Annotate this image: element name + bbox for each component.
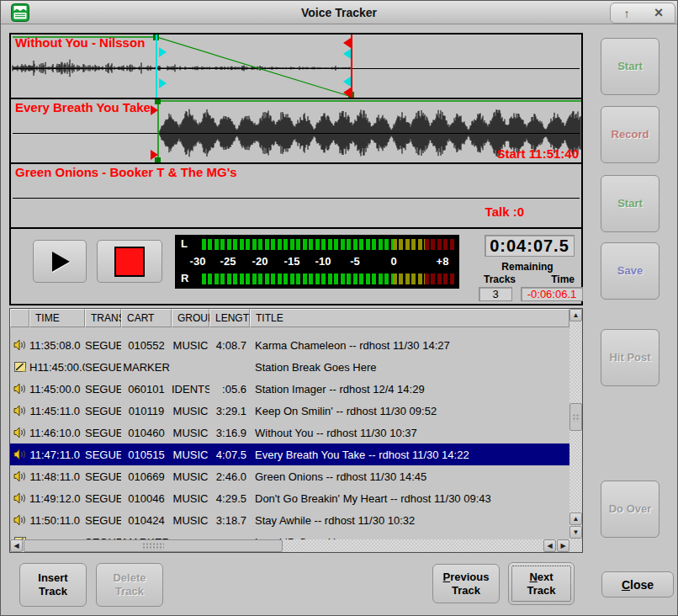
log-row[interactable]: 11:45:11.0SEGUE010119MUSIC3:29.1Keep On … — [10, 400, 569, 422]
remaining-panel: Remaining Tracks Time 3 -0:06:06.1 — [472, 261, 583, 301]
previous-track-button[interactable]: PreviousTrack — [432, 564, 500, 603]
meter-green-segments — [202, 273, 393, 284]
scroll-left-icon[interactable]: ◀ — [10, 539, 23, 552]
cell-group: MUSIC — [172, 427, 209, 439]
remaining-tracks-label: Tracks — [484, 273, 516, 285]
cell-length: 3:18.7 — [209, 514, 250, 527]
meter-right-label: R — [181, 272, 188, 284]
segue-arrow-icon[interactable] — [343, 38, 351, 48]
scroll-up-icon[interactable]: ▲ — [569, 512, 582, 525]
play-button[interactable] — [33, 240, 87, 283]
titlebar: Voice Tracker ↑ × — [1, 1, 677, 24]
cell-trans: SEGUE — [85, 470, 121, 483]
audio-level-meter: L -30-25-20-15-10-50+8 R — [175, 235, 459, 289]
scroll-up-icon[interactable]: ▲ — [569, 309, 582, 321]
track-2-waveform[interactable]: Every Breath You Take Start 11:51:40 — [11, 99, 581, 164]
delete-track-button[interactable]: DeleteTrack — [96, 563, 163, 607]
horizontal-scrollbar[interactable]: ◀ ◀ ▶ — [10, 539, 582, 552]
next-track-button[interactable]: NextTrack — [508, 562, 575, 605]
talk-time-label: Talk :0 — [485, 204, 524, 219]
do-over-button[interactable]: Do Over — [601, 481, 659, 538]
header-group: GROUP — [172, 309, 209, 327]
log-row[interactable]: 11:45:00.0SEGUE060101IDENTS:05.6Station … — [10, 378, 569, 400]
cell-cart: 010424 — [121, 514, 172, 527]
cue-arrow-icon[interactable] — [343, 49, 351, 59]
cell-time: 11:46:10.0 — [29, 427, 85, 439]
log-row[interactable]: 11:50:11.0SEGUE010424MUSIC3:18.7Stay Awh… — [10, 509, 569, 531]
cell-title: Keep On Smilin' -- rdhost 11/30 09:52 — [250, 405, 569, 417]
cell-cart: 060101 — [121, 383, 172, 396]
log-row[interactable]: 11:47:11.0SEGUE010515MUSIC4:07.5Every Br… — [10, 443, 569, 465]
vertical-scrollbar-thumb[interactable] — [569, 403, 582, 431]
stop-button[interactable] — [97, 240, 162, 283]
meter-scale-label: -5 — [350, 255, 360, 268]
scroll-left-icon[interactable]: ◀ — [543, 539, 556, 552]
cell-title: Without You -- rdhost 11/30 10:37 — [250, 427, 569, 439]
insert-track-button[interactable]: InsertTrack — [19, 563, 87, 607]
close-icon[interactable]: × — [646, 4, 671, 22]
track-3-waveform[interactable]: Green Onions - Booker T & The MG's Talk … — [11, 164, 581, 229]
cell-time: 11:45:00.0 — [29, 383, 85, 396]
log-row[interactable] — [10, 328, 569, 334]
cell-group: MUSIC — [172, 339, 209, 352]
speaker-icon — [10, 338, 29, 352]
envelope-handle[interactable] — [155, 157, 161, 163]
start-arrow-icon[interactable] — [151, 105, 158, 115]
cell-trans: SEGUE — [85, 514, 121, 527]
speaker-icon — [10, 382, 29, 396]
cell-trans: SEGUE — [85, 449, 121, 461]
log-header: TIME TRANS CART GROUP LENGTH TITLE — [10, 309, 569, 327]
speaker-icon — [10, 404, 29, 417]
transport-strip: L -30-25-20-15-10-50+8 R 0:04:07.5 Remai… — [11, 229, 581, 299]
cell-title: Station Imager -- rdhost 12/4 14:29 — [250, 383, 569, 396]
meter-yellow-segments — [393, 273, 425, 284]
track-2-start-time: Start 11:51:40 — [496, 146, 579, 161]
meter-scale-label: -20 — [252, 255, 268, 268]
envelope-handle[interactable] — [155, 99, 161, 104]
scroll-down-icon[interactable]: ▼ — [569, 526, 582, 539]
meter-left-label: L — [181, 237, 188, 250]
cell-group: MUSIC — [172, 405, 209, 417]
cell-title: Green Onions -- rdhost 11/30 14:45 — [250, 470, 569, 483]
start-2-button[interactable]: Start — [601, 175, 659, 232]
cell-length: 2:46.0 — [209, 470, 250, 483]
cell-time: 11:45:11.0 — [29, 405, 85, 417]
log-row[interactable]: 11:49:12.0SEGUE010046MUSIC4:29.5Don't Go… — [10, 487, 569, 509]
hit-post-button[interactable]: Hit Post — [601, 329, 659, 386]
shade-up-icon[interactable]: ↑ — [614, 4, 639, 22]
cell-title: Don't Go Breakin' My Heart -- rdhost 11/… — [250, 492, 569, 505]
segue-arrow-icon[interactable] — [343, 88, 351, 98]
cell-time: 11:49:12.0 — [29, 492, 85, 505]
log-row[interactable]: H11:45:00.0SEGUEMARKERStation Break Goes… — [10, 356, 569, 378]
header-icon-column — [10, 309, 29, 327]
close-button[interactable]: Close — [601, 571, 674, 597]
cell-time: 11:50:11.0 — [29, 514, 85, 527]
save-button[interactable]: Save — [601, 242, 659, 300]
horizontal-scrollbar-thumb[interactable] — [24, 539, 283, 552]
meter-scale-label: -10 — [315, 255, 331, 268]
cue-arrow-icon[interactable] — [159, 47, 167, 57]
cue-arrow-icon[interactable] — [159, 78, 167, 88]
header-title: TITLE — [250, 309, 569, 327]
cue-arrow-icon[interactable] — [343, 77, 351, 87]
cell-group: MUSIC — [172, 449, 209, 461]
cell-cart: 010460 — [121, 427, 172, 439]
titlebar-buttons: ↑ × — [610, 3, 675, 24]
speaker-icon — [10, 470, 29, 483]
log-row[interactable]: 11:46:10.0SEGUE010460MUSIC3:16.9Without … — [10, 422, 569, 443]
meter-scale-label: -15 — [284, 255, 300, 268]
scroll-right-icon[interactable]: ▶ — [557, 539, 569, 552]
speaker-icon — [10, 491, 29, 505]
track-1-waveform[interactable]: Without You - Nilsson — [11, 35, 581, 99]
meter-red-segments — [425, 273, 454, 284]
track-3-label: Green Onions - Booker T & The MG's — [15, 165, 237, 179]
record-button[interactable]: Record — [601, 106, 659, 163]
log-row[interactable]: 11:35:08.0SEGUE010552MUSIC4:08.7Karma Ch… — [10, 334, 569, 356]
track-3-centerline — [13, 198, 580, 199]
meter-red-segments — [425, 239, 454, 250]
log-row[interactable]: 11:48:11.0SEGUE010669MUSIC2:46.0Green On… — [10, 465, 569, 487]
cell-length: :05.6 — [209, 383, 250, 396]
start-1-button[interactable]: Start — [601, 38, 659, 95]
vertical-scrollbar[interactable]: ▲ ▲ ▼ — [569, 309, 582, 539]
cell-time: 11:48:11.0 — [29, 470, 85, 483]
